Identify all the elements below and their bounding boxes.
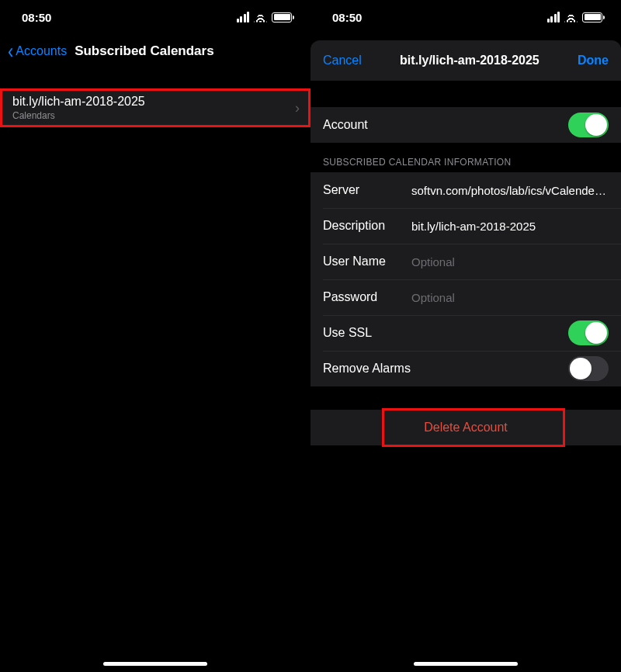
- cancel-button[interactable]: Cancel: [323, 54, 362, 68]
- username-field[interactable]: Optional: [411, 255, 609, 268]
- delete-label: Delete Account: [424, 421, 508, 435]
- home-indicator[interactable]: [414, 662, 518, 666]
- back-button[interactable]: ‹ Accounts: [8, 43, 67, 60]
- password-field[interactable]: Optional: [411, 291, 609, 304]
- back-label: Accounts: [16, 44, 67, 58]
- wifi-icon: [564, 12, 578, 23]
- server-label: Server: [323, 183, 401, 197]
- description-value: bit.ly/lich-am-2018-2025: [411, 220, 609, 233]
- modal-sheet: Cancel bit.ly/lich-am-2018-2025 Done Acc…: [310, 40, 621, 672]
- password-row[interactable]: Password Optional: [310, 279, 621, 315]
- remove-alarms-row: Remove Alarms: [310, 351, 621, 386]
- description-label: Description: [323, 219, 401, 233]
- done-button[interactable]: Done: [578, 54, 609, 68]
- username-label: User Name: [323, 255, 401, 268]
- account-toggle[interactable]: [568, 113, 609, 137]
- modal-nav: Cancel bit.ly/lich-am-2018-2025 Done: [310, 40, 621, 81]
- password-label: Password: [323, 290, 401, 304]
- account-label: Account: [323, 118, 368, 132]
- server-value: softvn.com/photos/lab/ics/vCalender_201…: [411, 184, 609, 197]
- section-header: SUBSCRIBED CALENDAR INFORMATION: [310, 143, 621, 172]
- use-ssl-label: Use SSL: [323, 326, 372, 340]
- username-row[interactable]: User Name Optional: [310, 244, 621, 279]
- screen-accounts-list: 08:50 ‹ Accounts Subscribed Calendars bi…: [0, 0, 310, 672]
- battery-icon: [272, 12, 292, 23]
- status-icons: [237, 12, 293, 23]
- screen-account-detail: 08:50 Cancel bit.ly/lich-am-2018-2025 Do…: [310, 0, 621, 672]
- cellular-icon: [547, 12, 560, 23]
- delete-account-button[interactable]: Delete Account: [310, 410, 621, 445]
- calendar-row[interactable]: bit.ly/lich-am-2018-2025 Calendars ›: [0, 88, 310, 127]
- status-time: 08:50: [332, 11, 362, 24]
- server-row[interactable]: Server softvn.com/photos/lab/ics/vCalend…: [310, 172, 621, 208]
- status-icons: [547, 12, 603, 23]
- description-row[interactable]: Description bit.ly/lich-am-2018-2025: [310, 208, 621, 244]
- remove-alarms-toggle[interactable]: [568, 356, 609, 381]
- home-indicator[interactable]: [103, 662, 207, 666]
- battery-icon: [582, 12, 602, 23]
- use-ssl-toggle[interactable]: [568, 320, 609, 345]
- page-title: Subscribed Calendars: [75, 43, 214, 59]
- status-bar: 08:50: [0, 0, 310, 34]
- use-ssl-row: Use SSL: [310, 315, 621, 351]
- calendar-row-subtitle: Calendars: [12, 110, 145, 121]
- chevron-right-icon: ›: [295, 100, 300, 116]
- remove-alarms-label: Remove Alarms: [323, 362, 411, 376]
- modal-title: bit.ly/lich-am-2018-2025: [400, 54, 539, 68]
- wifi-icon: [254, 12, 267, 23]
- cellular-icon: [237, 12, 250, 23]
- chevron-left-icon: ‹: [8, 40, 13, 62]
- status-bar: 08:50: [310, 0, 621, 34]
- nav-bar: ‹ Accounts Subscribed Calendars: [0, 34, 310, 68]
- account-toggle-row: Account: [310, 107, 621, 143]
- status-time: 08:50: [22, 11, 51, 24]
- calendar-row-title: bit.ly/lich-am-2018-2025: [12, 95, 145, 109]
